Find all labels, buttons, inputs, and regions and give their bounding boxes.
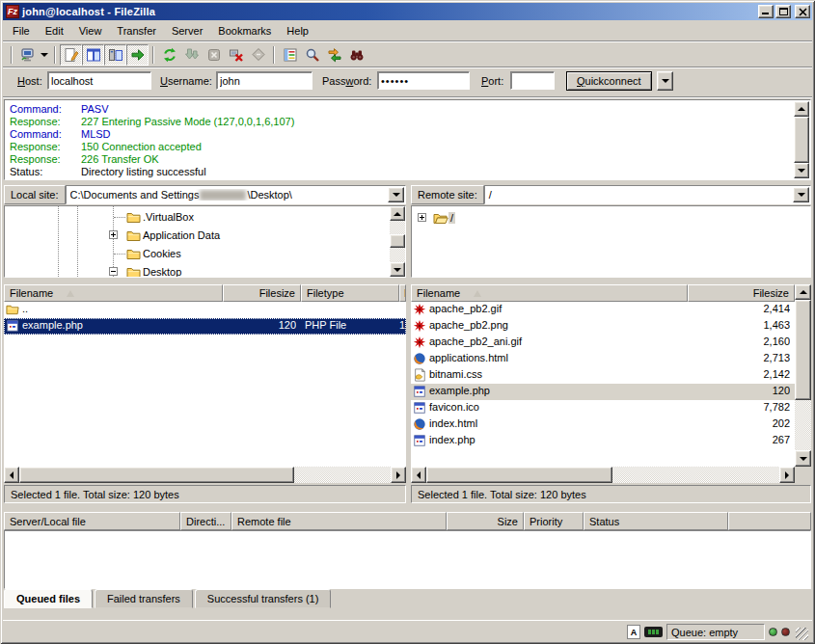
remote-path-dropdown[interactable] [793, 187, 809, 202]
tab-failed-transfers[interactable]: Failed transfers [95, 589, 193, 608]
toggle-message-log-button[interactable] [60, 44, 82, 66]
synchronized-browsing-button[interactable] [323, 44, 345, 66]
php-file-icon [413, 385, 426, 398]
collapse-button[interactable] [109, 267, 118, 276]
cancel-button[interactable] [203, 44, 225, 66]
tab-queued-files[interactable]: Queued files [4, 589, 93, 608]
folder-icon [126, 266, 141, 279]
refresh-button[interactable] [158, 44, 180, 66]
tree-item-root[interactable]: / [433, 209, 455, 227]
expand-button[interactable] [418, 213, 426, 222]
file-row[interactable]: applications.html 2,713 [411, 351, 795, 367]
column-header-filesize[interactable]: Filesize [223, 284, 301, 302]
column-header-size[interactable]: Size [447, 512, 524, 530]
local-path-combo[interactable]: C:\Documents and Settings\Desktop\ [66, 185, 406, 204]
file-row-example-php[interactable]: example.php 120 PHP File 1 [4, 318, 406, 335]
username-input[interactable] [216, 71, 312, 90]
file-search-button[interactable] [301, 44, 323, 66]
local-path-dropdown[interactable] [388, 187, 404, 202]
menu-bookmarks[interactable]: Bookmarks [210, 23, 279, 39]
separator [54, 46, 56, 64]
column-header-filename[interactable]: Filename [411, 284, 688, 302]
toggle-local-tree-button[interactable] [82, 44, 104, 66]
search-icon [305, 47, 320, 63]
column-header-status[interactable]: Status [584, 512, 728, 530]
close-button[interactable] [795, 5, 810, 18]
scrollbar-thumb[interactable] [390, 234, 405, 248]
log-scroll-up-button[interactable] [794, 101, 809, 117]
scroll-left-button[interactable] [411, 467, 426, 483]
arrow-up-icon [800, 290, 807, 294]
html-file-icon [413, 417, 426, 431]
column-header-last-modified[interactable]: L [399, 284, 406, 302]
toggle-remote-tree-button[interactable] [104, 44, 126, 66]
file-row[interactable]: favicon.ico 7,782 [411, 400, 795, 416]
expand-button[interactable] [109, 230, 118, 239]
filesize-cell: 202 [688, 417, 790, 429]
file-row[interactable]: apache_pb2.png 1,463 [411, 318, 795, 335]
scroll-down-button[interactable] [795, 450, 811, 467]
local-site-row: Local site: C:\Documents and Settings\De… [4, 185, 406, 204]
arrow-down-icon [800, 457, 807, 461]
menu-edit[interactable]: Edit [38, 23, 71, 39]
column-header-priority[interactable]: Priority [524, 512, 584, 530]
log-scrollbar-thumb[interactable] [794, 117, 809, 163]
filter-button[interactable] [279, 44, 301, 66]
file-row-example-php[interactable]: example.php 120 [411, 384, 795, 400]
menu-help[interactable]: Help [279, 23, 316, 39]
maximize-button[interactable] [775, 5, 791, 18]
quickconnect-dropdown[interactable] [657, 71, 673, 91]
scroll-up-button[interactable] [795, 284, 811, 300]
transfer-type-indicator[interactable]: A [627, 625, 640, 639]
file-row[interactable]: bitnami.css 2,142 [411, 367, 795, 384]
remote-path-combo[interactable]: / [484, 185, 811, 204]
tree-item-virtualbox[interactable]: .VirtualBox [126, 208, 196, 226]
scroll-down-button[interactable] [390, 262, 405, 277]
reconnect-button[interactable] [247, 44, 269, 66]
toggle-transfer-queue-button[interactable] [126, 44, 149, 66]
filezilla-app-icon[interactable]: Fz [6, 5, 19, 18]
column-header-remote-file[interactable]: Remote file [231, 512, 447, 530]
file-row[interactable]: apache_pb2.gif 2,414 [411, 302, 795, 318]
resize-grip[interactable] [796, 628, 808, 640]
speed-limit-badge[interactable] [644, 627, 663, 637]
tree-item-desktop[interactable]: Desktop [126, 263, 183, 278]
directory-comparison-button[interactable] [345, 44, 367, 66]
file-row[interactable]: apache_pb2_ani.gif 2,160 [411, 335, 795, 351]
port-input[interactable] [510, 71, 555, 90]
file-row-parent-directory[interactable]: .. [4, 302, 406, 318]
column-header-filename[interactable]: Filename [4, 284, 223, 302]
menu-view[interactable]: View [71, 23, 110, 39]
menu-server[interactable]: Server [164, 23, 210, 39]
scrollbar-thumb[interactable] [795, 300, 811, 400]
tree-item-application-data[interactable]: Application Data [126, 227, 222, 244]
host-input[interactable] [47, 71, 151, 90]
menu-file[interactable]: File [5, 23, 38, 39]
scroll-left-button[interactable] [4, 467, 19, 483]
column-header-server-local-file[interactable]: Server/Local file [4, 512, 180, 530]
scrollbar-thumb[interactable] [19, 467, 294, 483]
column-header-filetype[interactable]: Filetype [301, 284, 399, 302]
column-header-filesize[interactable]: Filesize [688, 284, 795, 302]
tab-successful-transfers[interactable]: Successful transfers (1) [195, 589, 332, 608]
chevron-down-icon [798, 193, 805, 197]
site-manager-button[interactable] [16, 44, 39, 66]
scroll-up-button[interactable] [390, 206, 405, 221]
file-row[interactable]: index.php 267 [411, 433, 795, 449]
menu-transfer[interactable]: Transfer [109, 23, 164, 39]
scroll-right-button[interactable] [779, 467, 795, 483]
process-queue-button[interactable] [180, 44, 203, 66]
quickconnect-button[interactable]: Quickconnect [566, 71, 652, 91]
file-row[interactable]: index.html 202 [411, 416, 795, 433]
column-header-direction[interactable]: Directi... [180, 512, 231, 530]
scroll-right-button[interactable] [391, 467, 406, 483]
transfer-queue-list[interactable] [4, 530, 811, 589]
password-input[interactable] [377, 71, 470, 90]
scrollbar-thumb[interactable] [426, 467, 612, 483]
title-bar[interactable]: Fz john@localhost - FileZilla [3, 3, 812, 20]
tree-item-cookies[interactable]: Cookies [126, 245, 183, 262]
site-manager-dropdown[interactable] [39, 44, 50, 66]
disconnect-button[interactable] [225, 44, 247, 66]
minimize-button[interactable] [758, 5, 774, 18]
log-scroll-down-button[interactable] [794, 163, 809, 178]
